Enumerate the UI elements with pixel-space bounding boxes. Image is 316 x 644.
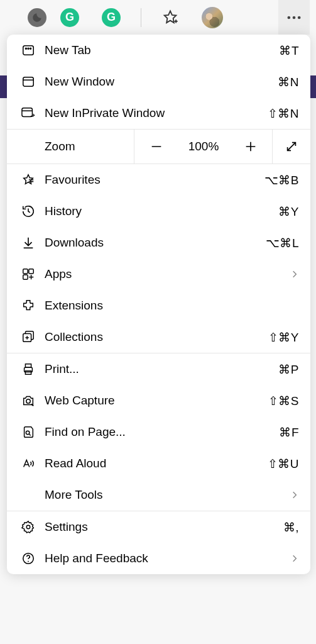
browser-toolbar: G G	[0, 0, 316, 35]
menu-item-collections[interactable]: Collections ⇧⌘Y	[7, 321, 310, 353]
menu-shortcut: ⌥⌘B	[264, 173, 299, 187]
history-icon	[16, 204, 41, 218]
menu-shortcut: ⌘Y	[278, 204, 299, 219]
chevron-right-icon	[290, 270, 299, 279]
menu-label: Settings	[41, 520, 283, 534]
zoom-controls: Zoom 100%	[7, 129, 310, 164]
menu-item-help[interactable]: Help and Feedback	[7, 543, 310, 574]
inprivate-icon	[16, 106, 41, 120]
settings-icon	[16, 520, 41, 534]
menu-shortcut: ⇧⌘S	[268, 394, 299, 408]
menu-shortcut: ⌘P	[278, 362, 299, 377]
menu-item-new-tab[interactable]: New Tab ⌘T	[7, 35, 310, 66]
svg-point-13	[33, 114, 34, 115]
zoom-out-button[interactable]	[134, 130, 178, 164]
menu-label: Downloads	[41, 236, 266, 250]
menu-label: History	[41, 204, 278, 218]
favourites-star-icon[interactable]	[161, 9, 179, 26]
zoom-value: 100%	[178, 130, 229, 164]
dark-mode-icon[interactable]	[28, 8, 46, 27]
svg-point-8	[30, 48, 31, 49]
menu-item-web-capture[interactable]: Web Capture ⇧⌘S	[7, 385, 310, 416]
menu-shortcut: ⌘,	[283, 520, 299, 535]
menu-label: Extensions	[41, 299, 299, 313]
svg-rect-5	[23, 46, 34, 55]
svg-rect-22	[29, 269, 33, 274]
camera-icon	[16, 394, 41, 408]
menu-item-print[interactable]: Print... ⌘P	[7, 353, 310, 385]
menu-label: Find on Page...	[41, 425, 279, 439]
menu-item-read-aloud[interactable]: Read Aloud ⇧⌘U	[7, 448, 310, 479]
zoom-label: Zoom	[7, 130, 134, 164]
extensions-icon	[16, 299, 41, 313]
profile-avatar[interactable]	[202, 7, 223, 28]
svg-rect-9	[23, 77, 34, 87]
menu-label: Read Aloud	[41, 457, 268, 470]
menu-shortcut: ⇧⌘U	[268, 457, 299, 471]
collections-icon	[16, 330, 41, 344]
svg-point-2	[288, 16, 291, 19]
svg-point-4	[298, 16, 301, 19]
svg-rect-23	[23, 275, 28, 279]
svg-point-6	[25, 48, 26, 49]
new-window-icon	[16, 75, 41, 89]
find-icon	[16, 425, 41, 439]
chevron-right-icon	[290, 491, 299, 499]
grammarly-icon-2[interactable]: G	[102, 8, 121, 27]
menu-shortcut: ⇧⌘N	[268, 106, 299, 121]
grammarly-icon[interactable]: G	[60, 8, 79, 27]
svg-rect-31	[25, 371, 31, 375]
svg-rect-30	[25, 364, 31, 368]
menu-item-new-inprivate[interactable]: New InPrivate Window ⇧⌘N	[7, 97, 310, 129]
svg-point-32	[26, 399, 30, 403]
svg-point-3	[293, 16, 296, 19]
read-aloud-icon	[16, 457, 41, 470]
menu-label: Collections	[41, 330, 268, 344]
settings-menu: New Tab ⌘T New Window ⌘N New InPrivate W…	[7, 35, 310, 574]
more-menu-button[interactable]	[278, 0, 310, 35]
zoom-in-button[interactable]	[229, 130, 273, 164]
menu-label: Print...	[41, 362, 278, 376]
menu-item-settings[interactable]: Settings ⌘,	[7, 511, 310, 543]
menu-item-new-window[interactable]: New Window ⌘N	[7, 66, 310, 97]
menu-shortcut: ⌘T	[279, 43, 299, 58]
menu-item-favourites[interactable]: Favourites ⌥⌘B	[7, 164, 310, 196]
svg-point-7	[28, 48, 29, 49]
chevron-right-icon	[290, 554, 299, 563]
svg-rect-21	[23, 269, 28, 274]
menu-label: Help and Feedback	[41, 552, 290, 565]
svg-rect-11	[22, 108, 32, 117]
menu-item-find[interactable]: Find on Page... ⌘F	[7, 416, 310, 448]
menu-item-downloads[interactable]: Downloads ⌥⌘L	[7, 227, 310, 258]
menu-shortcut: ⇧⌘Y	[268, 330, 299, 345]
new-tab-icon	[16, 43, 41, 57]
menu-item-more-tools[interactable]: More Tools	[7, 479, 310, 511]
apps-icon	[16, 267, 41, 281]
menu-shortcut: ⌘F	[279, 425, 299, 440]
svg-point-38	[28, 561, 29, 562]
menu-label: More Tools	[41, 488, 290, 502]
downloads-icon	[16, 236, 41, 250]
fullscreen-button[interactable]	[273, 130, 310, 164]
toolbar-separator	[141, 8, 141, 27]
menu-label: New InPrivate Window	[41, 106, 268, 120]
svg-line-34	[29, 434, 30, 435]
menu-shortcut: ⌥⌘L	[266, 236, 299, 250]
svg-point-36	[26, 525, 30, 529]
menu-label: Favourites	[41, 173, 264, 187]
menu-label: New Tab	[41, 43, 279, 57]
menu-label: Apps	[41, 267, 290, 281]
help-icon	[16, 552, 41, 565]
menu-shortcut: ⌘N	[278, 75, 299, 89]
menu-item-apps[interactable]: Apps	[7, 258, 310, 290]
menu-item-extensions[interactable]: Extensions	[7, 290, 310, 321]
menu-label: Web Capture	[41, 394, 268, 408]
print-icon	[16, 362, 41, 376]
menu-label: New Window	[41, 75, 278, 89]
menu-item-history[interactable]: History ⌘Y	[7, 196, 310, 227]
favourites-icon	[16, 173, 41, 187]
svg-point-33	[26, 431, 30, 435]
